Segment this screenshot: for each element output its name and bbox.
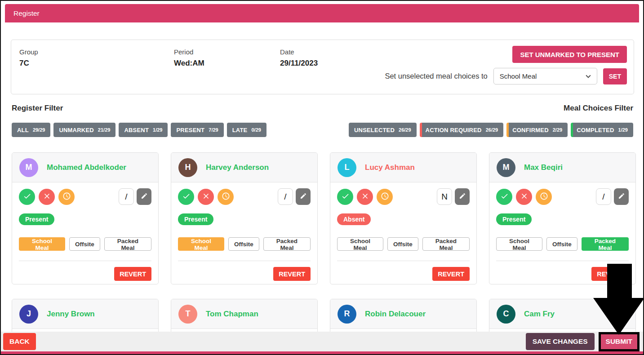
status-badge: Present — [178, 213, 213, 225]
set-meal-button[interactable]: SET — [603, 68, 627, 84]
footer-action-bar: BACK SAVE CHANGES SUBMIT — [1, 332, 643, 351]
meal-option-school-meal-button[interactable]: School Meal — [337, 237, 383, 251]
pencil-icon — [300, 192, 307, 201]
filter-button-unselected[interactable]: UNSELECTED 26/29 — [349, 123, 417, 137]
student-card-header: L Lucy Ashman — [330, 153, 476, 182]
mark-absent-button[interactable] — [198, 189, 214, 205]
mark-buttons-row: / — [178, 188, 311, 205]
mark-present-button[interactable] — [19, 189, 35, 205]
card-row-1: M Mohamed Abdelkoder / Present School Me… — [12, 152, 636, 284]
edit-mark-button[interactable] — [137, 188, 151, 205]
meal-option-packed-meal-button[interactable]: Packed Meal — [263, 237, 311, 251]
meal-filter-group: UNSELECTED 26/29 ACTION REQUIRED 26/29 C… — [349, 123, 633, 137]
filter-button-present[interactable]: PRESENT 7/29 — [171, 123, 223, 137]
meal-option-school-meal-button[interactable]: School Meal — [178, 237, 224, 251]
back-button[interactable]: BACK — [3, 333, 36, 350]
page-title-bar: Register — [5, 4, 639, 22]
filter-count: 26/29 — [486, 127, 498, 133]
bottom-accent-strip — [1, 351, 643, 354]
filter-button-confirmed[interactable]: CONFIRMED 2/29 — [506, 123, 568, 137]
mark-late-button[interactable] — [58, 189, 75, 205]
filter-count: 29/29 — [33, 127, 45, 133]
meal-option-school-meal-button[interactable]: School Meal — [496, 237, 542, 251]
filter-count: 7/29 — [209, 127, 218, 133]
filter-count: 21/29 — [98, 127, 111, 133]
meal-set-label: Set unselected meal choices to — [385, 72, 487, 80]
revert-button[interactable]: REVERT — [273, 267, 311, 281]
student-name: Robin Delacouer — [365, 310, 426, 319]
meal-option-offsite-button[interactable]: Offsite — [69, 237, 100, 251]
card-divider — [19, 261, 151, 261]
filter-count: 1/29 — [618, 127, 628, 133]
cross-icon — [202, 192, 210, 202]
avatar: L — [338, 158, 356, 177]
meal-option-packed-meal-button[interactable]: Packed Meal — [104, 237, 151, 251]
filter-count: 2/29 — [553, 127, 562, 133]
mark-code-display: / — [119, 188, 134, 205]
status-badge: Absent — [337, 213, 371, 225]
set-unmarked-to-present-button[interactable]: SET UNMARKED TO PRESENT — [512, 46, 627, 63]
submit-highlight-box: SUBMIT — [599, 332, 640, 351]
cross-icon — [43, 192, 51, 202]
group-field: Group 7C — [19, 48, 38, 68]
student-name: Cam Fry — [524, 310, 555, 319]
filter-label: PRESENT — [176, 127, 204, 133]
filter-button-absent[interactable]: ABSENT 1/29 — [119, 123, 168, 137]
card-body: / Present School MealOffsitePacked Meal … — [489, 182, 635, 281]
filter-label: ACTION REQUIRED — [426, 127, 482, 133]
filter-button-completed[interactable]: COMPLETED 1/29 — [571, 123, 633, 137]
register-filter-title: Register Filter — [12, 104, 63, 113]
meal-option-school-meal-button[interactable]: School Meal — [19, 237, 65, 251]
mark-absent-button[interactable] — [516, 189, 532, 205]
meal-choice-select[interactable]: School Meal — [493, 68, 597, 84]
mark-present-button[interactable] — [337, 189, 353, 205]
meal-option-packed-meal-button[interactable]: Packed Meal — [422, 237, 470, 251]
filter-button-unmarked[interactable]: UNMARKED 21/29 — [53, 123, 115, 137]
card-body: / Present School MealOffsitePacked Meal … — [12, 182, 158, 281]
clock-icon — [540, 192, 548, 202]
filter-button-action-required[interactable]: ACTION REQUIRED 26/29 — [420, 123, 504, 137]
check-icon — [500, 192, 509, 202]
meal-set-row: Set unselected meal choices to School Me… — [385, 68, 627, 84]
filter-count: 1/29 — [153, 127, 162, 133]
filter-label: LATE — [232, 127, 248, 133]
mark-absent-button[interactable] — [357, 189, 373, 205]
revert-button[interactable]: REVERT — [591, 267, 629, 281]
meal-options-row: School MealOffsitePacked Meal — [178, 237, 311, 251]
mark-late-button[interactable] — [377, 189, 393, 205]
revert-button[interactable]: REVERT — [114, 267, 151, 281]
edit-mark-button[interactable] — [455, 188, 470, 205]
filter-button-late[interactable]: LATE 0/29 — [227, 123, 266, 137]
mark-late-button[interactable] — [536, 189, 552, 205]
save-changes-button[interactable]: SAVE CHANGES — [526, 333, 595, 350]
mark-buttons-row: / — [496, 188, 629, 205]
status-badge: Present — [19, 213, 54, 225]
mark-late-button[interactable] — [218, 189, 234, 205]
filter-buttons-row: ALL 29/29 UNMARKED 21/29 ABSENT 1/29 PRE… — [12, 123, 633, 137]
edit-mark-button[interactable] — [614, 188, 629, 205]
meal-option-offsite-button[interactable]: Offsite — [387, 237, 418, 251]
revert-row: REVERT — [19, 267, 151, 281]
student-card-max-beqiri: M Max Beqiri / Present School MealOffsit… — [489, 152, 636, 284]
meal-option-packed-meal-button[interactable]: Packed Meal — [582, 237, 629, 251]
meal-options-row: School MealOffsitePacked Meal — [19, 237, 151, 251]
mark-absent-button[interactable] — [39, 189, 55, 205]
filter-button-all[interactable]: ALL 29/29 — [12, 123, 50, 137]
student-card-mohamed-abdelkoder: M Mohamed Abdelkoder / Present School Me… — [12, 152, 159, 284]
mark-buttons-row: / — [19, 188, 151, 205]
check-icon — [23, 192, 31, 202]
edit-mark-button[interactable] — [296, 188, 311, 205]
student-name: Harvey Anderson — [206, 163, 269, 172]
meal-option-offsite-button[interactable]: Offsite — [546, 237, 577, 251]
revert-button[interactable]: REVERT — [432, 267, 470, 281]
meal-option-offsite-button[interactable]: Offsite — [228, 237, 259, 251]
submit-button[interactable]: SUBMIT — [601, 334, 637, 349]
student-cards-area: M Mohamed Abdelkoder / Present School Me… — [1, 149, 643, 353]
date-value: 29/11/2023 — [280, 59, 318, 68]
register-filter-group: ALL 29/29 UNMARKED 21/29 ABSENT 1/29 PRE… — [12, 123, 266, 137]
date-field: Date 29/11/2023 — [280, 48, 318, 68]
mark-present-button[interactable] — [178, 189, 194, 205]
period-field: Period Wed:AM — [174, 48, 204, 68]
student-name: Jenny Brown — [47, 310, 95, 319]
mark-present-button[interactable] — [496, 189, 512, 205]
